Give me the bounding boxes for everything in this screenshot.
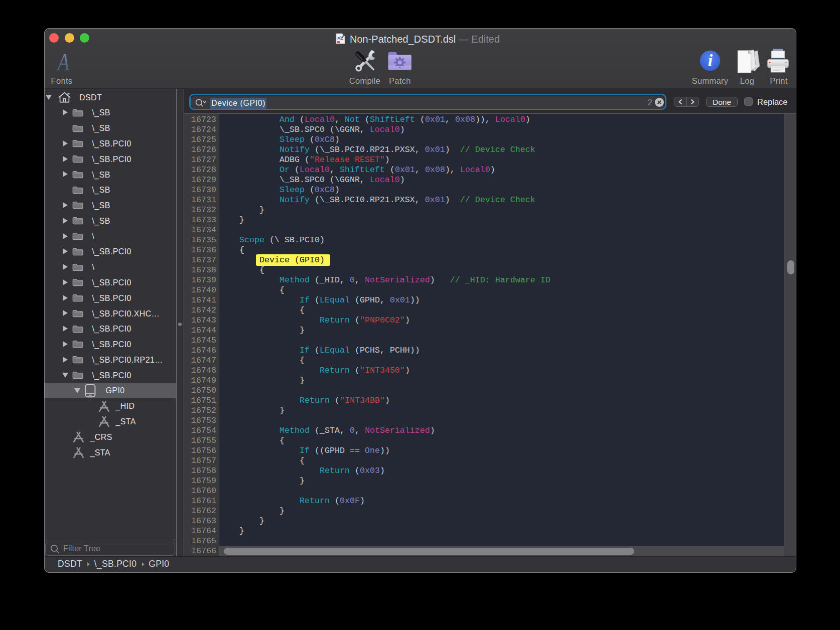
svg-text:i: i <box>708 51 713 70</box>
svg-text:A: A <box>56 51 70 75</box>
